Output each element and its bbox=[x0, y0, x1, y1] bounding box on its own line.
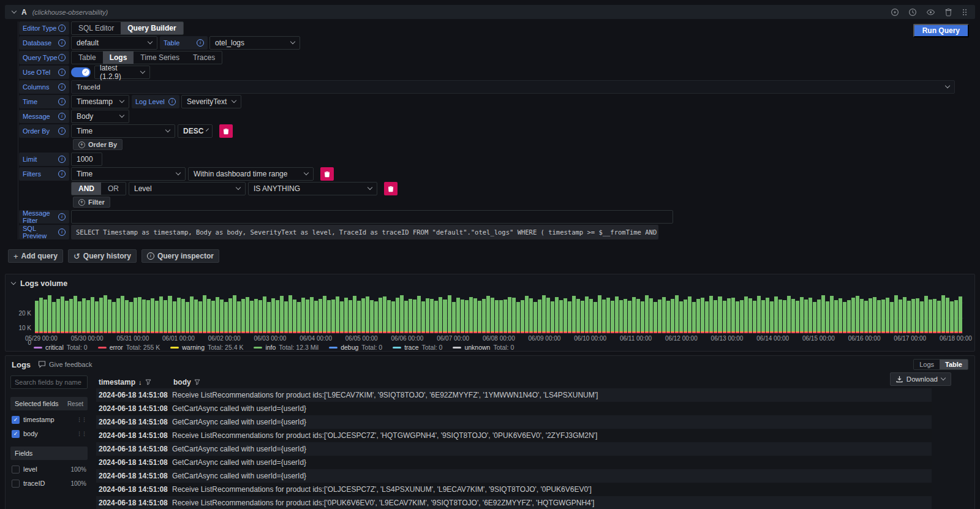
give-feedback-link[interactable]: Give feedback bbox=[38, 361, 92, 368]
checkbox-checked-icon[interactable]: ✓ bbox=[12, 430, 20, 438]
volume-bar bbox=[508, 297, 511, 333]
tab-table[interactable]: Table bbox=[72, 51, 103, 64]
info-icon[interactable]: i bbox=[58, 98, 66, 105]
remove-filter2-button[interactable] bbox=[384, 182, 398, 195]
message-column-select[interactable]: Body bbox=[71, 110, 129, 123]
field-traceID[interactable]: traceID100% bbox=[10, 478, 88, 488]
volume-bar bbox=[99, 298, 103, 333]
info-icon[interactable]: i bbox=[58, 69, 66, 76]
add-filter-button[interactable]: + Filter bbox=[73, 197, 110, 208]
table-row[interactable]: 2024-06-18 14:51:08Receive ListRecommend… bbox=[96, 388, 932, 402]
legend-item-warning[interactable]: warningTotal: 25.4 K bbox=[170, 344, 243, 351]
table-row[interactable]: 2024-06-18 14:51:08Receive ListRecommend… bbox=[96, 429, 932, 442]
order-direction-select[interactable]: DESC bbox=[178, 124, 213, 138]
remove-filter-button[interactable] bbox=[320, 167, 334, 181]
filter2-field-select[interactable]: Level bbox=[129, 182, 246, 195]
checkbox-checked-icon[interactable]: ✓ bbox=[12, 416, 20, 424]
legend-item-debug[interactable]: debugTotal: 0 bbox=[329, 344, 382, 351]
info-icon[interactable]: i bbox=[58, 25, 66, 32]
table-row[interactable]: 2024-06-18 14:51:08Receive ListRecommend… bbox=[96, 496, 932, 509]
limit-input[interactable] bbox=[71, 153, 102, 166]
eye-icon[interactable] bbox=[926, 8, 935, 17]
info-icon[interactable]: i bbox=[58, 170, 66, 178]
tab-or[interactable]: OR bbox=[101, 183, 126, 195]
remove-order-by-button[interactable] bbox=[219, 124, 233, 138]
info-icon[interactable]: i bbox=[168, 98, 176, 105]
add-order-by-button[interactable]: + Order By bbox=[73, 139, 123, 150]
info-icon[interactable]: i bbox=[58, 54, 66, 61]
info-icon[interactable]: i bbox=[58, 127, 66, 135]
legend-item-unknown[interactable]: unknownTotal: 0 bbox=[453, 344, 514, 351]
database-select[interactable]: default bbox=[71, 36, 157, 50]
collapse-chevron-icon[interactable] bbox=[12, 8, 17, 13]
legend-item-trace[interactable]: traceTotal: 0 bbox=[393, 344, 442, 351]
drag-handle-icon[interactable] bbox=[962, 8, 968, 17]
editor-type-tabs: SQL EditorQuery Builder bbox=[71, 21, 184, 35]
comment-icon bbox=[38, 361, 46, 368]
table-row[interactable]: 2024-06-18 14:51:08GetCartAsync called w… bbox=[96, 469, 932, 483]
checkbox-unchecked-icon[interactable] bbox=[12, 480, 20, 488]
legend-item-critical[interactable]: criticalTotal: 0 bbox=[34, 344, 88, 351]
time-label: Timei bbox=[19, 95, 69, 108]
checkbox-unchecked-icon[interactable] bbox=[12, 466, 20, 473]
trash-icon[interactable] bbox=[944, 8, 952, 17]
filter-operator-select[interactable]: Within dashboard time range bbox=[188, 167, 314, 181]
tab-query-builder[interactable]: Query Builder bbox=[121, 22, 183, 34]
add-query-button[interactable]: +Add query bbox=[8, 249, 63, 263]
info-icon[interactable]: i bbox=[58, 156, 66, 163]
query-history-button[interactable]: ↺Query history bbox=[68, 249, 137, 263]
field-level[interactable]: level100% bbox=[10, 464, 88, 474]
timestamp-column-header[interactable]: timestamp ↓ bbox=[96, 378, 172, 386]
table-row[interactable]: 2024-06-18 14:51:08GetCartAsync called w… bbox=[96, 442, 932, 456]
legend-item-info[interactable]: infoTotal: 12.3 Mil bbox=[254, 344, 318, 351]
sort-desc-icon[interactable]: ↓ bbox=[138, 379, 142, 386]
otel-version-select[interactable]: latest (1.2.9) bbox=[94, 66, 150, 79]
info-icon[interactable]: i bbox=[58, 113, 66, 120]
filter-icon[interactable] bbox=[194, 379, 200, 385]
tab-logs[interactable]: Logs bbox=[914, 360, 940, 369]
drag-handle-icon[interactable]: ⋮⋮ bbox=[77, 417, 86, 423]
tab-table[interactable]: Table bbox=[940, 360, 968, 369]
tab-logs[interactable]: Logs bbox=[103, 51, 134, 64]
table-row[interactable]: 2024-06-18 14:51:08Receive ListRecommend… bbox=[96, 483, 932, 496]
filter-field-select[interactable]: Time bbox=[71, 167, 186, 181]
selected-field-timestamp[interactable]: ✓timestamp⋮⋮ bbox=[10, 415, 88, 424]
legend-item-error[interactable]: errorTotal: 255 K bbox=[98, 344, 160, 351]
volume-bar bbox=[641, 301, 644, 333]
info-icon[interactable]: i bbox=[58, 213, 66, 221]
table-row[interactable]: 2024-06-18 14:51:08GetCartAsync called w… bbox=[96, 415, 932, 429]
table-row[interactable]: 2024-06-18 14:51:08GetCartAsync called w… bbox=[96, 456, 932, 469]
tab-sql-editor[interactable]: SQL Editor bbox=[72, 22, 121, 34]
tab-time-series[interactable]: Time Series bbox=[134, 51, 186, 64]
filter2-operator-select[interactable]: IS ANYTHING bbox=[248, 182, 377, 195]
log-level-select[interactable]: SeverityText bbox=[181, 95, 241, 108]
filter-icon[interactable] bbox=[145, 379, 151, 385]
order-by-field-select[interactable]: Time bbox=[71, 124, 175, 138]
columns-multiselect[interactable]: TraceId bbox=[71, 80, 955, 94]
info-icon[interactable]: i bbox=[58, 39, 66, 47]
drag-handle-icon[interactable]: ⋮⋮ bbox=[77, 431, 86, 437]
table-select[interactable]: otel_logs bbox=[209, 36, 300, 50]
query-inspector-button[interactable]: iQuery inspector bbox=[141, 249, 219, 263]
use-otel-toggle[interactable]: ✓ bbox=[71, 67, 91, 77]
download-button[interactable]: Download bbox=[890, 372, 951, 386]
tab-and[interactable]: AND bbox=[72, 183, 101, 195]
chart-plot-area[interactable] bbox=[35, 293, 963, 333]
search-fields-input[interactable] bbox=[10, 375, 88, 389]
volume-bar bbox=[391, 301, 395, 333]
collapse-chevron-icon[interactable] bbox=[11, 280, 16, 285]
body-column-header[interactable]: body bbox=[172, 378, 932, 386]
message-filter-input[interactable] bbox=[71, 210, 673, 224]
time-column-select[interactable]: Timestamp bbox=[71, 95, 129, 108]
duplicate-icon[interactable] bbox=[891, 8, 899, 17]
clock-icon[interactable] bbox=[908, 8, 917, 17]
info-icon[interactable]: i bbox=[58, 83, 66, 91]
volume-bar bbox=[529, 298, 533, 333]
info-icon[interactable]: i bbox=[197, 39, 204, 47]
volume-bar bbox=[413, 300, 417, 333]
selected-field-body[interactable]: ✓body⋮⋮ bbox=[10, 429, 88, 439]
tab-traces[interactable]: Traces bbox=[186, 51, 222, 64]
reset-fields-button[interactable]: Reset bbox=[67, 401, 83, 407]
table-row[interactable]: 2024-06-18 14:51:08GetCartAsync called w… bbox=[96, 402, 932, 415]
info-icon[interactable]: i bbox=[58, 228, 66, 236]
